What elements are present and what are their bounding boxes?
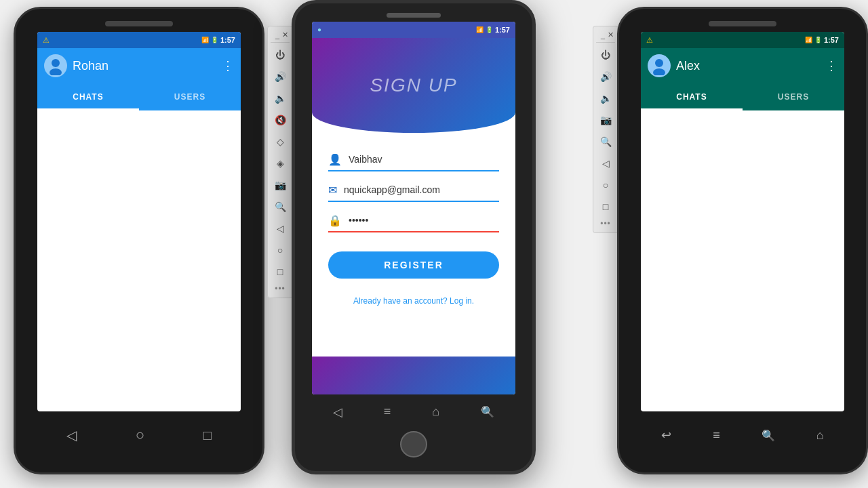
vol-up-left[interactable]: 🔊 bbox=[271, 67, 290, 86]
time-left: 1:57 bbox=[220, 36, 235, 44]
search-btn-right[interactable]: 🔍 bbox=[762, 429, 775, 442]
signup-footer bbox=[312, 357, 515, 394]
menu-btn-right[interactable]: ≡ bbox=[713, 428, 720, 443]
panel-header-left: _ ✕ bbox=[271, 30, 290, 43]
signup-title: SIGN UP bbox=[370, 75, 457, 96]
warning-icon-left: ⚠ bbox=[43, 36, 50, 45]
zoom-left[interactable]: 🔍 bbox=[271, 197, 290, 216]
recent-panel-right[interactable]: □ bbox=[596, 197, 615, 216]
app-icon-center: ● bbox=[317, 26, 321, 33]
menu-btn-center[interactable]: ≡ bbox=[384, 405, 391, 419]
phone-left-screen: ⚠ 📶 🔋 1:57 Rohan ⋮ bbox=[37, 32, 241, 411]
close-btn-right[interactable]: ✕ bbox=[608, 30, 614, 39]
phone-right: ⚠ 📶 🔋 1:57 Alex ⋮ bbox=[617, 7, 868, 474]
signal-right: 📶 bbox=[805, 37, 812, 43]
app-bar-left: Rohan ⋮ bbox=[37, 48, 241, 83]
signal-center: 📶 bbox=[476, 26, 484, 33]
nav-bar-right: ↩ ≡ 🔍 ⌂ bbox=[641, 418, 844, 452]
name-field: 👤 bbox=[328, 153, 499, 171]
svg-point-0 bbox=[52, 59, 60, 67]
signal-left: 📶 bbox=[201, 37, 209, 43]
avatar-alex bbox=[648, 54, 671, 77]
tab-users-right[interactable]: USERS bbox=[743, 83, 844, 110]
email-input[interactable] bbox=[344, 184, 499, 195]
phone-left-speaker bbox=[105, 21, 173, 26]
nav-bar-left: ◁ ○ □ bbox=[37, 418, 241, 452]
vol-down-left[interactable]: 🔈 bbox=[271, 89, 290, 108]
name-input[interactable] bbox=[349, 154, 499, 165]
emulator-panel-right: _ ✕ ⏻ 🔊 🔈 📷 🔍 ◁ ○ □ ••• bbox=[593, 26, 618, 233]
home-btn-left[interactable]: ○ bbox=[136, 426, 144, 444]
dots-left: ••• bbox=[275, 284, 285, 293]
camera-left[interactable]: 📷 bbox=[271, 176, 290, 195]
mute-left[interactable]: 🔇 bbox=[271, 110, 290, 129]
avatar-rohan bbox=[44, 54, 67, 77]
tab-chats-left[interactable]: CHATS bbox=[37, 83, 139, 110]
email-field: ✉ bbox=[328, 184, 499, 202]
back-btn-left[interactable]: ◁ bbox=[66, 427, 77, 443]
vol-up-right[interactable]: 🔊 bbox=[596, 67, 615, 86]
phone-center-screen: ● 📶 🔋 1:57 SIGN UP 👤 bbox=[312, 22, 515, 394]
tabs-bar-right: CHATS USERS bbox=[641, 83, 844, 110]
back-panel-right[interactable]: ◁ bbox=[596, 154, 615, 173]
battery-left: 🔋 bbox=[211, 37, 218, 43]
scene: ⚠ 📶 🔋 1:57 Rohan ⋮ bbox=[0, 0, 868, 488]
more-icon-right[interactable]: ⋮ bbox=[825, 58, 837, 73]
recent-panel-left[interactable]: □ bbox=[271, 262, 290, 281]
back-panel-left[interactable]: ◁ bbox=[271, 219, 290, 238]
back-btn-center[interactable]: ◁ bbox=[333, 405, 342, 420]
phone-center: ● 📶 🔋 1:57 SIGN UP 👤 bbox=[292, 0, 536, 474]
home-btn-center[interactable]: ⌂ bbox=[432, 405, 439, 419]
register-button[interactable]: REGISTER bbox=[328, 251, 499, 279]
panel-header-right: _ ✕ bbox=[596, 30, 615, 43]
signup-header: SIGN UP bbox=[312, 38, 515, 133]
email-icon: ✉ bbox=[328, 184, 337, 197]
password-field: 🔒 bbox=[328, 214, 499, 232]
app-title-alex: Alex bbox=[676, 59, 825, 73]
signup-form: 👤 ✉ 🔒 REGISTER A bbox=[312, 133, 515, 357]
svg-point-2 bbox=[655, 59, 663, 67]
status-bar-right: ⚠ 📶 🔋 1:57 bbox=[641, 32, 844, 48]
recent-btn-left[interactable]: □ bbox=[203, 428, 212, 443]
signup-screen: SIGN UP 👤 ✉ 🔒 bbox=[312, 38, 515, 394]
more-icon-left[interactable]: ⋮ bbox=[222, 58, 234, 73]
phone-center-speaker bbox=[387, 13, 441, 18]
home-button-center[interactable] bbox=[400, 431, 427, 458]
zoom-right[interactable]: 🔍 bbox=[596, 132, 615, 151]
nav-bar-center: ◁ ≡ ⌂ 🔍 bbox=[312, 397, 515, 426]
tab-chats-right[interactable]: CHATS bbox=[641, 83, 743, 110]
tabs-bar-left: CHATS USERS bbox=[37, 83, 241, 110]
password-input[interactable] bbox=[349, 215, 499, 226]
rotate-left[interactable]: ◇ bbox=[271, 132, 290, 151]
home-panel-right[interactable]: ○ bbox=[596, 176, 615, 195]
camera-right[interactable]: 📷 bbox=[596, 110, 615, 129]
battery-center: 🔋 bbox=[486, 26, 493, 33]
login-link[interactable]: Already have an account? Log in. bbox=[328, 296, 499, 306]
phone-left: ⚠ 📶 🔋 1:57 Rohan ⋮ bbox=[14, 7, 264, 474]
time-right: 1:57 bbox=[824, 36, 839, 44]
phone-right-screen: ⚠ 📶 🔋 1:57 Alex ⋮ bbox=[641, 32, 844, 411]
home-panel-left[interactable]: ○ bbox=[271, 241, 290, 260]
minimize-btn-left[interactable]: _ bbox=[275, 31, 279, 39]
svg-point-1 bbox=[50, 68, 62, 75]
tab-users-left[interactable]: USERS bbox=[139, 83, 241, 110]
svg-point-3 bbox=[653, 68, 665, 75]
app-title-rohan: Rohan bbox=[73, 59, 222, 73]
battery-right: 🔋 bbox=[814, 37, 822, 43]
minimize-btn-right[interactable]: _ bbox=[601, 31, 605, 39]
name-icon: 👤 bbox=[328, 153, 342, 166]
back-btn-right[interactable]: ↩ bbox=[661, 428, 671, 443]
time-center: 1:57 bbox=[495, 26, 510, 34]
dots-right: ••• bbox=[600, 219, 611, 228]
rotate2-left[interactable]: ◈ bbox=[271, 154, 290, 173]
app-bar-right: Alex ⋮ bbox=[641, 48, 844, 83]
home-btn-right[interactable]: ⌂ bbox=[816, 428, 824, 443]
search-btn-center[interactable]: 🔍 bbox=[481, 405, 494, 418]
status-bar-center: ● 📶 🔋 1:57 bbox=[312, 22, 515, 38]
phone-right-speaker bbox=[709, 21, 776, 26]
close-btn-left[interactable]: ✕ bbox=[282, 30, 288, 39]
power-btn-left[interactable]: ⏻ bbox=[271, 45, 290, 64]
status-bar-left: ⚠ 📶 🔋 1:57 bbox=[37, 32, 241, 48]
vol-down-right[interactable]: 🔈 bbox=[596, 89, 615, 108]
power-btn-right[interactable]: ⏻ bbox=[596, 45, 615, 64]
